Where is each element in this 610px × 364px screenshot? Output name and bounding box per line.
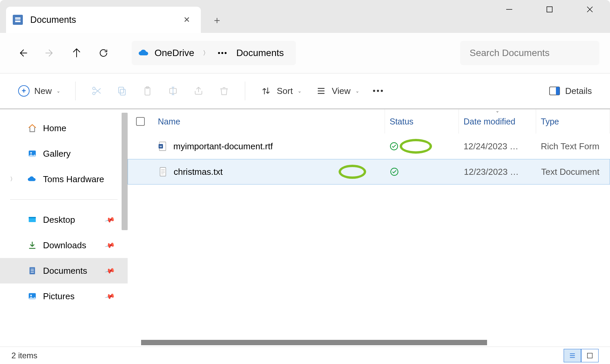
breadcrumb-current[interactable]: Documents: [236, 48, 284, 58]
trash-icon: [218, 85, 230, 97]
chevron-down-icon: ⌄: [298, 88, 302, 94]
chevron-right-icon[interactable]: 〉: [203, 49, 209, 57]
file-type-cell: Rich Text Form: [536, 134, 610, 159]
forward-button[interactable]: [38, 41, 62, 65]
column-header-date[interactable]: ⌄ Date modified: [459, 109, 536, 134]
svg-rect-12: [119, 87, 124, 93]
rename-button[interactable]: [162, 80, 184, 102]
search-input[interactable]: [470, 48, 590, 58]
sidebar-label: Toms Hardware: [43, 174, 104, 185]
home-icon: [28, 123, 37, 133]
select-all-checkbox[interactable]: [128, 117, 153, 126]
column-header-name[interactable]: Name: [153, 109, 385, 134]
sidebar-item-toms-hardware[interactable]: 〉 Toms Hardware: [0, 166, 128, 192]
synced-status-icon: [390, 167, 399, 176]
new-button[interactable]: + New ⌄: [13, 80, 65, 102]
refresh-button[interactable]: [91, 41, 116, 65]
chevron-down-icon: ⌄: [355, 88, 359, 94]
column-headers: Name Status ⌄ Date modified Type: [128, 109, 610, 134]
view-mode-toggle: [564, 349, 599, 362]
desktop-icon: [28, 215, 37, 224]
pin-icon: 📌: [104, 240, 116, 251]
documents-folder-icon: [13, 15, 23, 25]
paste-button[interactable]: [137, 80, 158, 102]
column-header-type[interactable]: Type: [536, 109, 610, 134]
horizontal-scrollbar[interactable]: [141, 340, 487, 345]
sidebar-label: Pictures: [43, 291, 75, 302]
sidebar-label: Desktop: [43, 215, 75, 225]
window-tab[interactable]: Documents ✕: [6, 7, 201, 33]
close-window-button[interactable]: [570, 0, 610, 19]
close-tab-button[interactable]: ✕: [181, 14, 193, 26]
pictures-icon: [28, 292, 37, 301]
window-controls: [489, 0, 610, 19]
view-label: View: [332, 86, 351, 96]
sort-button[interactable]: Sort ⌄: [255, 80, 306, 102]
svg-text:W: W: [160, 145, 162, 148]
details-button[interactable]: Details: [544, 80, 597, 102]
item-count: 2 items: [11, 351, 37, 360]
navigation-pane: Home Gallery 〉 Toms Hardware Desktop 📌 D…: [0, 109, 128, 347]
tab-title: Documents: [30, 15, 76, 25]
file-type-cell: Text Document: [536, 159, 610, 184]
file-status-cell: [385, 134, 459, 159]
new-tab-button[interactable]: ＋: [204, 7, 230, 33]
gallery-icon: [28, 149, 37, 158]
sidebar-item-gallery[interactable]: Gallery: [0, 141, 128, 166]
back-button[interactable]: [11, 41, 35, 65]
pin-icon: 📌: [104, 265, 116, 276]
pin-icon: 📌: [104, 214, 116, 225]
sidebar-item-home[interactable]: Home: [0, 115, 128, 141]
copy-icon: [116, 85, 128, 97]
thumbnails-view-toggle[interactable]: [581, 349, 599, 362]
more-button[interactable]: •••: [368, 80, 389, 102]
view-button[interactable]: View ⌄: [310, 80, 364, 102]
svg-rect-25: [556, 87, 560, 95]
sort-indicator-icon: ⌄: [495, 109, 499, 113]
file-date-cell: 12/23/2023 …: [459, 159, 536, 184]
svg-point-27: [30, 152, 32, 154]
downloads-icon: [28, 241, 37, 250]
breadcrumb-onedrive[interactable]: OneDrive: [138, 48, 194, 58]
sidebar-label: Gallery: [43, 149, 71, 159]
clipboard-icon: [141, 85, 154, 97]
breadcrumb-more[interactable]: •••: [218, 49, 227, 57]
sidebar-item-pictures[interactable]: Pictures 📌: [0, 283, 128, 309]
minimize-button[interactable]: [489, 0, 529, 19]
navigation-bar: OneDrive 〉 ••• Documents: [0, 33, 610, 73]
up-button[interactable]: [64, 41, 89, 65]
svg-rect-50: [587, 353, 593, 358]
cut-button[interactable]: [86, 80, 107, 102]
sort-icon: [260, 85, 272, 97]
sidebar-item-downloads[interactable]: Downloads 📌: [0, 232, 128, 258]
delete-button[interactable]: [213, 80, 235, 102]
breadcrumb-root-label: OneDrive: [155, 48, 194, 58]
share-button[interactable]: [188, 80, 209, 102]
more-icon: •••: [373, 86, 384, 96]
sidebar-item-documents[interactable]: Documents 📌: [0, 258, 128, 283]
file-status-cell: [385, 159, 459, 184]
sidebar-label: Home: [43, 123, 66, 134]
sidebar-label: Documents: [43, 266, 87, 276]
chevron-right-icon[interactable]: 〉: [10, 176, 15, 183]
column-header-status[interactable]: Status: [385, 109, 459, 134]
onedrive-icon: [28, 174, 37, 184]
svg-point-8: [93, 87, 95, 90]
share-icon: [192, 85, 205, 97]
sidebar-item-desktop[interactable]: Desktop 📌: [0, 207, 128, 232]
file-name-cell: christmas.txt: [154, 159, 385, 184]
svg-rect-41: [160, 167, 166, 176]
documents-icon: [28, 266, 37, 275]
file-row[interactable]: christmas.txt12/23/2023 …Text Document: [128, 159, 610, 185]
search-box[interactable]: [460, 41, 599, 65]
details-pane-icon: [549, 85, 561, 97]
details-view-toggle[interactable]: [564, 349, 581, 362]
plus-icon: +: [18, 85, 30, 97]
toolbar-separator: [245, 82, 245, 100]
copy-button[interactable]: [111, 80, 133, 102]
main-area: Home Gallery 〉 Toms Hardware Desktop 📌 D…: [0, 109, 610, 347]
maximize-button[interactable]: [529, 0, 570, 19]
breadcrumb: OneDrive 〉 ••• Documents: [132, 41, 296, 65]
file-row[interactable]: Wmyimportant-document.rtf12/24/2023 …Ric…: [128, 134, 610, 159]
sidebar-divider: [10, 199, 118, 200]
